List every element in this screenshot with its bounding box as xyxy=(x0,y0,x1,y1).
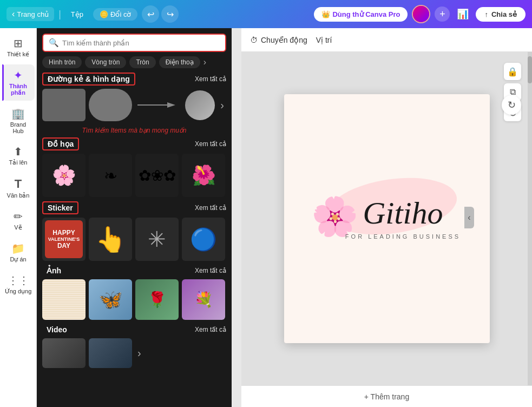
avatar[interactable] xyxy=(412,5,430,23)
try-pro-button[interactable]: 👑 Dùng thử Canva Pro xyxy=(314,7,408,22)
stickers-grid: HAPPY VALENTINE'S DAY 👆 ✳ 🔵 › xyxy=(42,218,226,261)
sidebar-item-elements[interactable]: ✦ Thành phần xyxy=(2,64,35,101)
upgrade-label: Đổi cờ xyxy=(110,10,131,18)
share-button[interactable]: ↑ Chia sẻ xyxy=(476,7,526,22)
upgrade-button[interactable]: 🪙 Đổi cờ xyxy=(93,8,137,21)
video-item-2[interactable] xyxy=(89,338,132,368)
pill-vong-tron[interactable]: Vòng tròn xyxy=(85,56,126,68)
photo-item-1[interactable] xyxy=(42,279,86,320)
graphics-see-all[interactable]: Xem tất cả xyxy=(195,140,226,148)
videos-grid: › xyxy=(42,338,226,368)
sticker-sparkle[interactable]: ✳ xyxy=(135,218,179,261)
stats-button[interactable]: 📊 xyxy=(454,5,471,23)
shape-arrow[interactable] xyxy=(137,100,175,110)
lines-shapes-see-all[interactable]: Xem tất cả xyxy=(195,75,226,83)
divider-icon: ❧ xyxy=(104,166,117,185)
graphic-item-2[interactable]: ❧ xyxy=(89,154,132,197)
lock-button[interactable]: 🔒 xyxy=(504,63,521,80)
search-input[interactable] xyxy=(62,39,220,47)
shapes-scroll-more[interactable]: › xyxy=(218,99,226,111)
animation-tab[interactable]: ⏱ Chuyển động xyxy=(250,34,307,47)
text-icon: T xyxy=(15,177,22,191)
panel-collapse-button[interactable]: ‹ xyxy=(464,207,474,228)
file-label: Tệp xyxy=(71,10,83,18)
stickers-see-all[interactable]: Xem tất cả xyxy=(195,204,226,212)
home-button[interactable]: ‹ Trang chủ xyxy=(6,7,54,21)
graphic-item-3[interactable]: ✿❀✿ xyxy=(135,154,179,197)
photos-see-all[interactable]: Xem tất cả xyxy=(195,267,226,274)
try-pro-label: Dùng thử Canva Pro xyxy=(332,10,400,18)
photo-item-2[interactable]: 🦋 xyxy=(89,279,132,320)
position-label: Vị trí xyxy=(316,36,332,44)
graphics-header: Đồ họa Xem tất cả xyxy=(42,137,226,150)
animation-label: Chuyển động xyxy=(261,36,307,44)
top-navbar: ‹ Trang chủ | Tệp 🪙 Đổi cờ ↩ ↪ 👑 Dùng th… xyxy=(0,0,532,28)
svg-marker-1 xyxy=(167,102,175,108)
sidebar-item-projects[interactable]: 📁 Dự án xyxy=(2,238,35,267)
draw-label: Vẽ xyxy=(14,224,22,231)
pill-tron[interactable]: Tròn xyxy=(129,56,155,68)
shape-rounded[interactable] xyxy=(89,89,132,121)
refresh-button[interactable]: ↻ xyxy=(502,95,521,115)
graphic-item-1[interactable]: 🌸 xyxy=(42,154,86,197)
plus-button[interactable]: + xyxy=(435,6,450,22)
sidebar-item-text[interactable]: T Văn bản xyxy=(2,173,35,204)
photo-item-4[interactable]: 💐 xyxy=(182,279,225,320)
add-page-button[interactable]: + Thêm trang xyxy=(241,385,532,407)
logo-subtitle: FOR LEADING BUSINESS xyxy=(345,233,461,240)
videos-see-all[interactable]: Xem tất cả xyxy=(195,326,226,333)
graphic-item-4[interactable]: 🌺 xyxy=(182,154,225,197)
design-label: Thiết kế xyxy=(7,51,29,58)
photo-flowers-image: 🌹 xyxy=(135,279,179,320)
elements-label: Thành phần xyxy=(4,83,32,96)
search-hint: Tìm kiếm Items mà bạn mong muốn xyxy=(37,126,232,137)
nav-separator: | xyxy=(58,9,61,20)
shape-circle[interactable] xyxy=(185,90,215,120)
sidebar-item-design[interactable]: ⊞ Thiết kế xyxy=(2,32,35,62)
graphics-grid: 🌸 ❧ ✿❀✿ 🌺 › xyxy=(42,154,226,197)
flower-icon-2: 🌺 xyxy=(192,164,216,187)
sidebar-item-draw[interactable]: ✏ Vẽ xyxy=(2,206,35,235)
position-tab[interactable]: Vị trí xyxy=(316,34,332,47)
videos-scroll-more[interactable]: › xyxy=(135,338,143,368)
stickers-title: Sticker xyxy=(42,201,78,214)
sidebar-item-upload[interactable]: ⬆ Tải lên xyxy=(2,141,35,170)
pills-more-icon[interactable]: › xyxy=(203,57,206,67)
canvas-viewport: 🔒 ⧉ ⊕ ↻ 🌸 xyxy=(241,52,532,385)
left-sidebar: ⊞ Thiết kế ✦ Thành phần 🏢 Brand Hub ⬆ Tả… xyxy=(0,28,37,407)
undo-button[interactable]: ↩ xyxy=(142,5,159,23)
sticker-hand[interactable]: 👆 xyxy=(89,218,132,261)
design-canvas: 🌸 Gitiho FOR LEADING BUSINESS xyxy=(284,94,490,343)
shape-square[interactable] xyxy=(42,89,86,121)
photo-item-3[interactable]: 🌹 xyxy=(135,279,179,320)
valentine-sticker-image: HAPPY VALENTINE'S DAY xyxy=(45,220,83,258)
pill-hinh-tron[interactable]: Hình tròn xyxy=(42,56,82,68)
photo-stripe-image xyxy=(42,279,86,320)
search-box[interactable]: 🔍 xyxy=(42,34,226,52)
pill-dien-thoai[interactable]: Điện thoạ xyxy=(159,56,200,68)
videos-header: Video Xem tất cả xyxy=(42,324,226,335)
shapes-grid: › xyxy=(42,89,226,121)
plus-icon: + xyxy=(439,9,445,20)
upload-icon: ⬆ xyxy=(14,145,23,158)
canvas-scrollbar-thumb xyxy=(528,56,532,83)
redo-button[interactable]: ↪ xyxy=(161,5,179,23)
stats-icon: 📊 xyxy=(457,8,469,20)
sparkle-sticker-image: ✳ xyxy=(148,227,166,252)
stickers-header: Sticker Xem tất cả xyxy=(42,201,226,214)
photo-butterfly-image: 🦋 xyxy=(89,279,132,320)
hand-sticker-image: 👆 xyxy=(95,225,126,254)
photos-grid: 🦋 🌹 💐 › xyxy=(42,279,226,320)
search-icon: 🔍 xyxy=(49,38,59,48)
lines-shapes-section: Đường kẻ & hình dạng Xem tất cả › xyxy=(37,73,232,126)
coin-icon: 🪙 xyxy=(100,10,108,18)
elements-panel: 🔍 Hình tròn Vòng tròn Tròn Điện thoạ › xyxy=(37,28,232,407)
floral-divider-icon: ✿❀✿ xyxy=(139,167,176,185)
file-button[interactable]: Tệp xyxy=(65,8,89,21)
sticker-valentine[interactable]: HAPPY VALENTINE'S DAY xyxy=(42,218,86,261)
video-item-1[interactable] xyxy=(42,338,86,368)
canvas-scrollbar[interactable] xyxy=(528,52,532,385)
sidebar-item-brand-hub[interactable]: 🏢 Brand Hub xyxy=(2,103,35,139)
sticker-blue-flower[interactable]: 🔵 xyxy=(182,218,225,261)
sidebar-item-apps[interactable]: ⋮⋮ Ứng dụng xyxy=(2,270,35,299)
